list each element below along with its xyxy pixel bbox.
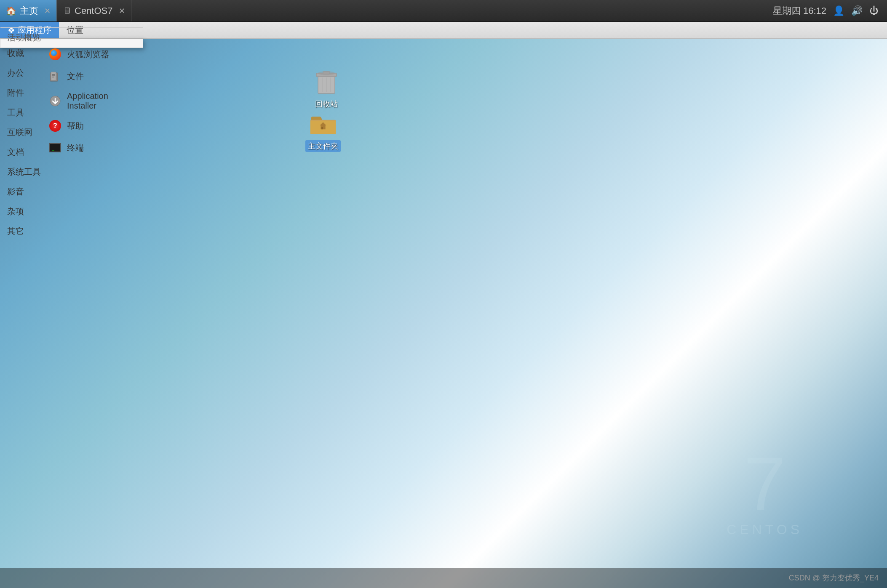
taskbar: 🏠 主页 ✕ 🖥 CentOS7 ✕ 星期四 16:12 👤 🔊 ⏻ xyxy=(0,0,887,22)
status-bar-text: CSDN @ 努力变优秀_YE4 xyxy=(789,573,879,583)
home-folder-icon-label: 主文件夹 xyxy=(305,140,341,152)
taskbar-tabs: 🏠 主页 ✕ 🖥 CentOS7 ✕ xyxy=(0,0,131,21)
centos-version-number: 7 xyxy=(727,446,803,522)
app-files-label: 文件 xyxy=(67,71,84,82)
desktop-icon-home-folder[interactable]: 主文件夹 xyxy=(302,107,344,155)
app-terminal[interactable]: _ 终端 xyxy=(43,137,143,159)
app-firefox-label: 火狐浏览器 xyxy=(67,49,109,60)
help-icon: ? xyxy=(48,119,62,133)
category-misc[interactable]: 杂项 xyxy=(0,202,40,221)
category-system-tools[interactable]: 系统工具 xyxy=(0,162,40,182)
applications-dropdown: 收藏 办公 附件 工具 互联网 文档 系统工具 影音 杂项 其它 xyxy=(0,39,143,48)
tab-centos7-close[interactable]: ✕ xyxy=(119,6,125,16)
folder-icon-image xyxy=(310,111,337,138)
dropdown-footer-overview[interactable]: 活动概览 xyxy=(0,27,143,48)
category-documents[interactable]: 文档 xyxy=(0,142,40,162)
category-other[interactable]: 其它 xyxy=(0,221,40,241)
category-internet[interactable]: 互联网 xyxy=(0,122,40,142)
status-bar: CSDN @ 努力变优秀_YE4 xyxy=(0,568,887,588)
svg-rect-1 xyxy=(51,72,56,80)
category-media[interactable]: 影音 xyxy=(0,182,40,202)
volume-icon[interactable]: 🔊 xyxy=(851,5,863,16)
taskbar-right: 星期四 16:12 👤 🔊 ⏻ xyxy=(773,5,887,17)
tab-centos7-label: CentOS7 xyxy=(75,5,113,16)
installer-icon xyxy=(48,94,62,108)
trash-icon-image xyxy=(313,69,340,96)
files-icon xyxy=(48,69,62,83)
network-icon: 👤 xyxy=(833,5,844,16)
tab-centos7[interactable]: 🖥 CentOS7 ✕ xyxy=(57,0,131,21)
dropdown-apps: 火狐浏览器 文件 xyxy=(43,39,143,180)
app-terminal-label: 终端 xyxy=(67,142,84,154)
svg-rect-14 xyxy=(321,127,323,130)
centos7-icon: 🖥 xyxy=(63,6,71,16)
app-help-label: 帮助 xyxy=(67,120,84,132)
desktop-icon-trash[interactable]: 回收站 xyxy=(305,65,347,113)
svg-point-13 xyxy=(318,71,335,75)
tab-home[interactable]: 🏠 主页 ✕ xyxy=(0,0,57,21)
category-tools[interactable]: 工具 xyxy=(0,103,40,122)
app-help[interactable]: ? 帮助 xyxy=(43,115,143,137)
firefox-icon xyxy=(48,48,62,61)
terminal-icon: _ xyxy=(48,141,62,154)
tab-home-close[interactable]: ✕ xyxy=(44,6,51,16)
datetime-display: 星期四 16:12 xyxy=(773,5,826,17)
app-files[interactable]: 文件 xyxy=(43,65,143,87)
power-icon[interactable]: ⏻ xyxy=(869,5,879,16)
category-accessories[interactable]: 附件 xyxy=(0,83,40,103)
centos-watermark: 7 CENTOS xyxy=(727,446,803,537)
category-office[interactable]: 办公 xyxy=(0,63,40,83)
home-icon: 🏠 xyxy=(6,6,16,16)
app-installer-label: Application Installer xyxy=(67,91,137,111)
tab-home-label: 主页 xyxy=(20,5,38,17)
app-installer[interactable]: Application Installer xyxy=(43,87,143,115)
